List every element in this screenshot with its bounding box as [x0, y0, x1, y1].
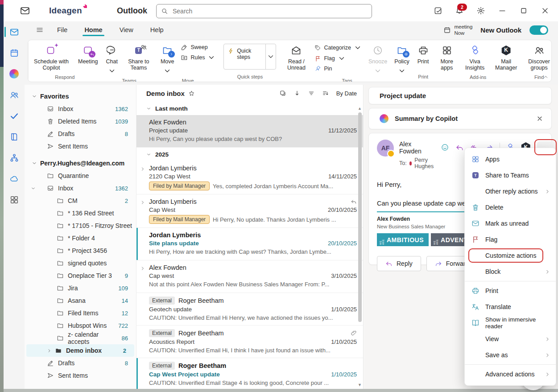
tab-file[interactable]: File — [56, 24, 68, 36]
folder-item-hubspot-wins[interactable]: Hubspot Wins722 — [25, 319, 136, 332]
rail-calendar-button[interactable] — [4, 42, 25, 63]
menu-item-flag[interactable]: Flag — [465, 231, 556, 248]
chat-button[interactable]: Chat — [103, 43, 120, 77]
reply-button[interactable] — [455, 143, 464, 152]
print-button[interactable]: Print — [414, 43, 432, 66]
quick-steps-gallery[interactable]: Quick steps — [223, 44, 276, 70]
schedule-with-copilot-button[interactable]: Schedule with Copilot — [29, 43, 74, 73]
menu-item-delete[interactable]: Delete — [465, 199, 556, 215]
mail-manager-button[interactable]: K Mail Manager — [490, 43, 522, 73]
copilot-summary-bar[interactable]: Summary by Copilot — [368, 108, 552, 129]
folder-item-deleted-favorite[interactable]: Deleted Items1039 — [25, 115, 136, 128]
chevron-down-icon[interactable] — [31, 186, 36, 191]
hamburger-button[interactable] — [36, 26, 44, 34]
sender-avatar[interactable]: AF — [377, 140, 394, 157]
pin-button[interactable]: Pin — [314, 65, 361, 72]
email-item-cap-west-fowden[interactable]: Alex Fowden Cap west3/10/2025 Not at thi… — [136, 260, 363, 293]
menu-item-translate[interactable]: Translate — [465, 299, 556, 315]
tab-help[interactable]: Help — [149, 24, 165, 36]
expand-thread-icon[interactable] — [140, 166, 145, 172]
search-bar[interactable] — [156, 4, 372, 18]
folder-item-cm[interactable]: CM2 — [25, 194, 136, 207]
folder-item-demo-inbox-selected[interactable]: Demo inbox2 — [26, 344, 134, 357]
rail-onedrive-button[interactable] — [4, 168, 25, 189]
folder-item-quarantine[interactable]: Quarantine — [25, 169, 136, 182]
menu-item-advanced-actions[interactable]: Advanced actions — [465, 366, 556, 382]
rail-mail-button[interactable] — [4, 21, 25, 42]
folder-item-136-red-street[interactable]: * 136 Red Street — [25, 207, 136, 219]
react-button[interactable] — [441, 143, 449, 152]
meeting-now-button[interactable]: meetingNow — [443, 24, 472, 37]
read-unread-button[interactable]: Read / Unread — [281, 43, 311, 73]
sort-direction-icon[interactable] — [293, 90, 301, 97]
select-messages-icon[interactable] — [279, 90, 286, 97]
move-button[interactable]: Move — [157, 43, 178, 77]
email-item-geotech-update[interactable]: ExternalRoger Beetham Geotech update1/10… — [136, 293, 363, 326]
notifications-button[interactable]: 2 — [451, 2, 468, 19]
quick-steps-expand-button[interactable] — [265, 44, 276, 69]
menu-item-share-to-teams[interactable]: TShare to Teams — [465, 167, 556, 183]
expand-thread-icon[interactable] — [140, 200, 145, 205]
email-item-cap-west-project-update[interactable]: ExternalRoger Beetham Cap West Project u… — [136, 358, 363, 389]
menu-item-other-reply-actions[interactable]: Other reply actions — [465, 183, 556, 199]
search-input[interactable] — [172, 7, 367, 15]
menu-item-print[interactable]: Print — [465, 283, 556, 299]
email-item-project-update[interactable]: Alex Fowden Project update11/12/2025 Hi … — [136, 115, 363, 148]
folder-item-folder-4[interactable]: * Folder 4 — [25, 232, 136, 244]
reply-all-button-clipped[interactable]: y all — [28, 53, 29, 69]
email-item-site-plans-update[interactable]: Jordan Lymberis Site plans update20/10/2… — [136, 228, 363, 260]
folder-item-z-calendar-accepts[interactable]: z- calendar accepts86 — [25, 332, 136, 344]
menu-item-apps[interactable]: Apps — [465, 151, 556, 167]
star-icon[interactable] — [188, 90, 195, 97]
rail-org-explorer-button[interactable] — [4, 147, 25, 168]
maximize-button[interactable] — [515, 2, 532, 19]
email-item-acoustics-report[interactable]: ExternalRoger Beetham Acoustics Report1/… — [136, 326, 363, 358]
meeting-button[interactable]: Meeting — [75, 43, 101, 66]
folder-item-asana[interactable]: Asana14 — [25, 294, 136, 307]
folder-item-signed-quotes[interactable]: signed quotes — [25, 257, 136, 269]
expand-thread-icon[interactable] — [140, 266, 145, 271]
close-summary-button[interactable] — [536, 115, 543, 122]
folder-item-sent[interactable]: Sent Items — [25, 369, 136, 382]
folder-item-sent-favorite[interactable]: Sent Items — [25, 140, 136, 153]
snooze-button[interactable]: Snooze — [365, 43, 390, 77]
more-apps-button[interactable]: More apps — [434, 43, 460, 73]
menu-item-immersive-reader[interactable]: Show in immersive reader — [465, 315, 556, 331]
settings-button[interactable] — [472, 2, 489, 19]
rules-button[interactable]: Rules — [181, 54, 215, 62]
rail-more-apps-button[interactable] — [4, 189, 25, 210]
discover-groups-button[interactable]: Discover groups — [524, 43, 552, 73]
email-item-cap-west[interactable]: Jordan Lymberis Cap West20/10/2025 Filed… — [136, 194, 363, 228]
categorize-button[interactable]: Categorize — [314, 44, 361, 52]
folder-item-17105-fitzroy[interactable]: * 17105 - Fitzroy Street — [25, 219, 136, 232]
menu-item-save-as[interactable]: Save as — [465, 347, 556, 363]
scrollbar-down-arrow[interactable]: ▼ — [358, 383, 362, 387]
ribbon-collapse-button[interactable] — [543, 74, 549, 80]
reply-quick-button[interactable]: Reply — [377, 256, 421, 271]
folder-item-oneplace-tier-3[interactable]: Oneplace Tier 39 — [25, 269, 136, 282]
tab-view[interactable]: View — [119, 24, 134, 36]
sort-icon[interactable] — [322, 90, 329, 97]
menu-item-view[interactable]: View — [465, 331, 556, 347]
folder-item-drafts[interactable]: Drafts8 — [25, 357, 136, 369]
close-button[interactable] — [537, 2, 554, 19]
rail-people-button[interactable] — [4, 84, 25, 105]
account-section-header[interactable]: Perry.Hughes@Ideagen.com — [25, 157, 136, 169]
chevron-right-icon[interactable] — [47, 348, 52, 353]
rail-todo-button[interactable] — [4, 105, 25, 126]
rail-copilot-button[interactable] — [4, 63, 25, 84]
recipient-name[interactable]: Perry Hughes — [414, 157, 435, 169]
notes-button[interactable] — [430, 2, 446, 19]
sweep-button[interactable]: Sweep — [181, 44, 215, 51]
favorites-section-header[interactable]: Favorites — [25, 90, 136, 103]
minimize-button[interactable] — [494, 2, 511, 19]
menu-item-customize-actions[interactable]: Customize actions — [465, 248, 556, 264]
folder-item-filed-items[interactable]: Filed Items12 — [25, 307, 136, 319]
reply-button-clipped[interactable]: y — [28, 43, 29, 53]
filter-icon[interactable] — [308, 90, 315, 97]
folder-item-jira[interactable]: Jira109 — [25, 282, 136, 294]
share-to-teams-button[interactable]: T Share to Teams — [122, 43, 156, 73]
folder-item-project-3456[interactable]: * Project 3456 — [25, 244, 136, 257]
menu-item-block[interactable]: Block — [465, 264, 556, 280]
forward-button-clipped[interactable]: ard — [28, 69, 29, 80]
